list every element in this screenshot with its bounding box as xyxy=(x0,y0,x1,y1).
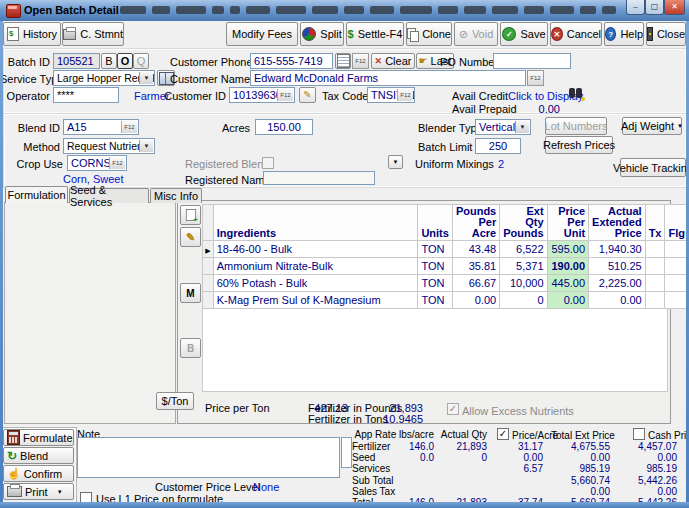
void-icon: ⊘ xyxy=(459,29,468,40)
help-question-icon: ? xyxy=(605,27,616,41)
redacted-menu-text xyxy=(246,6,270,14)
help-button[interactable]: ?Help xyxy=(604,22,644,46)
blender-type-select[interactable]: Vertical▼ xyxy=(475,119,531,135)
note-textarea[interactable] xyxy=(77,437,340,478)
customer-name-field[interactable]: Edward McDonald Farms xyxy=(250,70,526,86)
pounds-per-acre: 35.81 xyxy=(452,258,499,275)
operator-label: Operator xyxy=(0,90,50,102)
phone-f12-button[interactable]: F12 xyxy=(352,53,369,69)
window-border-bottom xyxy=(0,502,689,508)
history-button[interactable]: $History xyxy=(3,22,61,46)
ingredient-row[interactable]: Ammonium Nitrate-Bulk TON 35.81 5,371 19… xyxy=(203,258,689,275)
service-type-select[interactable]: Large Hopper Rental▼ xyxy=(53,70,155,86)
m-button[interactable]: M xyxy=(180,283,201,303)
split-button[interactable]: Split xyxy=(300,22,344,46)
summary-ext: 985.19 xyxy=(542,463,610,475)
titlebar[interactable]: Open Batch Detail xyxy=(0,0,689,21)
ext-qty-pounds: 6,522 xyxy=(500,241,547,258)
ingredient-row[interactable]: K-Mag Prem Sul of K-Magnesium TON 0.00 0… xyxy=(203,292,689,309)
batch-limit-field[interactable]: 250 xyxy=(475,138,521,154)
confirm-button[interactable]: ☝Confirm xyxy=(3,465,74,482)
customer-statement-button[interactable]: C. Stmnt xyxy=(62,22,124,46)
minimize-button[interactable]: – xyxy=(626,0,645,15)
refresh-prices-button[interactable]: Refresh Prices xyxy=(545,136,613,154)
batch-b-button[interactable]: B xyxy=(101,53,117,69)
maximize-button[interactable]: ▢ xyxy=(645,0,664,15)
price-per-ton-button[interactable]: $/Ton xyxy=(156,392,194,410)
uniform-mixings-value: 2 xyxy=(498,158,504,170)
void-button: ⊘Void xyxy=(454,22,498,46)
print-icon xyxy=(7,486,22,497)
batch-id-field[interactable]: 105521 xyxy=(53,53,100,69)
crop-use-f12-button[interactable]: F12 xyxy=(109,157,125,169)
customer-id-field[interactable]: 101396300F12 xyxy=(229,87,295,103)
history-icon: $ xyxy=(7,27,19,41)
clear-x-icon: ✕ xyxy=(375,57,383,66)
split-pie-icon xyxy=(302,27,316,41)
batch-o-button[interactable]: O xyxy=(117,53,133,69)
blend-id-f12-button[interactable]: F12 xyxy=(121,121,137,133)
ingredient-units: TON xyxy=(418,275,453,292)
redacted-menu-text xyxy=(276,6,306,14)
redacted-menu-text xyxy=(312,6,338,14)
tab-misc-info[interactable]: Misc Info xyxy=(150,188,202,203)
tab-formulation[interactable]: Formulation xyxy=(5,186,68,203)
ingredient-row[interactable]: 60% Potash - Bulk TON 66.67 10,000 445.0… xyxy=(203,275,689,292)
blend-button[interactable]: ↻Blend xyxy=(3,447,74,464)
operator-field[interactable]: **** xyxy=(53,87,119,103)
print-button[interactable]: Print▼ xyxy=(3,483,74,500)
batch-limit-label: Batch Limit xyxy=(418,141,472,153)
chevron-down-icon: ▼ xyxy=(139,72,153,84)
formulate-button[interactable]: Formulate xyxy=(3,429,74,446)
close-button[interactable]: Close xyxy=(646,22,686,46)
acres-field[interactable]: 150.00 xyxy=(255,119,313,135)
customer-id-f12-button[interactable]: F12 xyxy=(277,89,293,101)
minimize-icon: – xyxy=(633,3,637,11)
method-label: Method xyxy=(8,141,60,153)
crop-use-label: Crop Use xyxy=(8,158,63,170)
redacted-menu-text xyxy=(580,6,596,14)
summary-row-label: Services xyxy=(352,463,390,475)
redacted-menu-text xyxy=(550,6,574,14)
redacted-menu-text xyxy=(212,6,224,14)
blend-refresh-icon: ↻ xyxy=(7,450,17,462)
settle-button[interactable]: $Settle-F4 xyxy=(346,22,404,46)
crop-use-field[interactable]: CORNSF12 xyxy=(67,155,127,171)
blend-id-field[interactable]: A15F12 xyxy=(63,119,139,135)
notepad-icon xyxy=(337,54,350,68)
clone-button[interactable]: Clone xyxy=(406,22,452,46)
customer-phone-field[interactable]: 615-555-7419 xyxy=(250,53,333,69)
pounds-per-acre: 0.00 xyxy=(452,292,499,309)
method-select[interactable]: Request Nutrients▼ xyxy=(63,138,155,154)
phone-notes-button[interactable] xyxy=(335,53,351,69)
redacted-menu-text xyxy=(524,6,544,14)
save-button[interactable]: ✓Save xyxy=(500,22,548,46)
tab-seed-services[interactable]: Seed & Services xyxy=(69,188,149,203)
vehicle-tracking-button[interactable]: Vehicle Tracking xyxy=(620,158,686,177)
cash-price-checkbox[interactable] xyxy=(633,428,645,440)
ingredient-units: TON xyxy=(418,241,453,258)
price-acre-checkbox[interactable]: ✓ xyxy=(497,428,509,440)
uniform-mixings-dropdown-button[interactable]: ▼ xyxy=(388,155,403,169)
ingredient-row[interactable]: ▶ 18-46-00 - Bulk TON 43.48 6,522 595.00… xyxy=(203,241,689,258)
customer-notes-button[interactable]: ✎ xyxy=(299,87,316,103)
flg-flag xyxy=(665,275,689,292)
binoculars-icon[interactable] xyxy=(568,87,584,100)
tax-code-f12-button[interactable]: F12 xyxy=(397,89,413,101)
chevron-down-icon: ▼ xyxy=(393,159,399,165)
cancel-button[interactable]: ✕Cancel xyxy=(550,22,602,46)
po-number-field[interactable] xyxy=(493,53,571,69)
close-window-button[interactable]: ✕ xyxy=(664,0,685,15)
add-ingredient-button[interactable]: + xyxy=(180,205,201,225)
adj-weight-button[interactable]: Adj Weight▼ xyxy=(622,117,682,135)
clear-button[interactable]: ✕Clear xyxy=(371,53,415,69)
chevron-down-icon: ▼ xyxy=(57,489,63,495)
customer-name-f12-button[interactable]: F12 xyxy=(527,70,544,86)
po-number-label: PO Number xyxy=(440,56,488,68)
edit-ingredient-button[interactable]: ✎ xyxy=(180,227,201,247)
lot-numbers-button: Lot Numbers xyxy=(545,117,607,135)
modify-fees-button[interactable]: Modify Fees xyxy=(226,22,298,46)
tax-code-field[interactable]: TNSITE1F12 xyxy=(367,87,415,103)
b-button: B xyxy=(180,338,201,358)
app-icon xyxy=(6,4,21,18)
